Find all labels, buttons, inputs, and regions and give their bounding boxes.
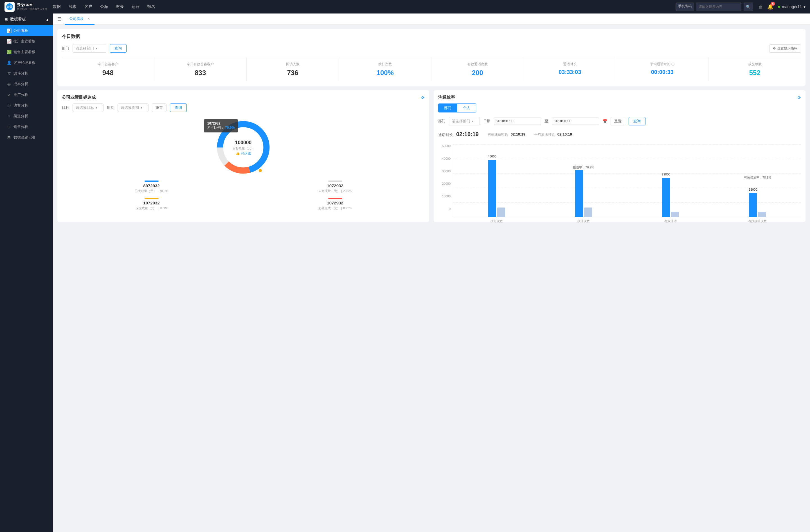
main-layout: ⊞ 数据看板 ▴ 📊 公司看板 📈 推广主管看板 💹 销售主管看板 👤 客户经理… [0,14,810,532]
bar-group-dial-bars: 43000 [488,160,505,217]
sidebar-item-data-flow[interactable]: ⊞ 数据流转记录 [0,132,53,143]
sidebar-header-dashboard[interactable]: ⊞ 数据看板 ▴ [0,14,53,25]
today-query-button[interactable]: 查询 [110,44,127,53]
nav-public-sea[interactable]: 公海 [100,3,108,11]
stat-call-duration: 通话时长 03:33:03 [524,57,616,81]
svg-text:云朵: 云朵 [7,5,13,9]
comm-dept-arrow-icon: ▾ [472,119,474,123]
sidebar: ⊞ 数据看板 ▴ 📊 公司看板 📈 推广主管看板 💹 销售主管看板 👤 客户经理… [0,14,53,532]
communication-card: 沟通效率 ⟳ 部门 个人 部门 请选择部门 ▾ [434,90,806,222]
dept-select[interactable]: 请选择部门 ▾ [72,44,106,53]
stat-call-duration-value: 03:33:03 [526,69,614,76]
bar-group-effective: 29000 有效通话 [627,144,714,217]
effective-bar-blue [662,178,670,217]
today-data-title: 今日数据 [62,34,801,40]
sidebar-item-sales[interactable]: ⊙ 销售分析 [0,121,53,132]
tab-close-icon[interactable]: ✕ [87,17,90,21]
completed-value: 8972932 [62,183,241,188]
stat-effective-calls-value: 200 [434,69,521,77]
sidebar-item-channel[interactable]: ⑂ 渠道分析 [0,111,53,121]
sidebar-label-promotion-manager: 推广主管看板 [14,39,35,44]
communication-tabs: 部门 个人 [438,103,801,113]
comm-date-label: 日期 [483,119,490,124]
communication-refresh-icon[interactable]: ⟳ [798,95,801,100]
info-icon: ⓘ [671,62,675,66]
nav-leads[interactable]: 线索 [69,3,77,11]
funnel-icon: ▽ [7,71,11,76]
tooltip-pct-value: 70.9% [225,126,234,130]
sidebar-item-funnel[interactable]: ▽ 漏斗分析 [0,68,53,79]
company-goal-reset-button[interactable]: 重置 [152,103,166,112]
sidebar-item-promotion-manager[interactable]: 📈 推广主管看板 [0,36,53,47]
dial-bar-blue-wrapper: 43000 [488,160,496,217]
cost-icon: ◎ [7,82,11,86]
sidebar-item-cost[interactable]: ◎ 成本分析 [0,79,53,89]
company-goal-filter: 目标 请选择目标 ▾ 周期 请选择周期 ▾ 重置 查询 [62,103,425,112]
communication-title: 沟通效率 [438,95,455,100]
svg-text:100000: 100000 [235,140,252,145]
comm-dept-placeholder: 请选择部门 [452,119,470,124]
dial-x-label: 拨打次数 [490,219,503,223]
sidebar-item-visitor[interactable]: ♾ 访客分析 [0,100,53,111]
today-stats-grid: 今日首咨客户 948 今日有效首咨客户 833 回访人数 736 拨打次数 10… [62,57,801,81]
effective-bar-light [671,212,679,217]
sidebar-item-sales-manager[interactable]: 💹 销售主管看板 [0,47,53,57]
y-label-3: 30000 [438,169,451,173]
comm-query-button[interactable]: 查询 [629,117,646,126]
setting-btn-label: 设置显示指标 [777,46,797,51]
tab-company-board[interactable]: 公司看板 ✕ [65,14,95,25]
bar-group-connect-bars: 35000 [575,170,592,217]
sidebar-label-sales: 销售分析 [14,124,28,129]
y-label-2: 20000 [438,182,451,185]
sales-manager-icon: 💹 [7,50,11,54]
notification-icon[interactable]: 🔔 5 [767,4,774,10]
call-duration-label: 通话时长 [438,133,453,137]
search-input[interactable] [696,2,741,11]
comm-reset-button[interactable]: 重置 [611,117,625,126]
nav-data[interactable]: 数据 [53,3,61,11]
date-to-input[interactable] [552,118,599,125]
tab-individual[interactable]: 个人 [457,103,476,113]
sidebar-item-account-manager[interactable]: 👤 客户经理看板 [0,57,53,68]
search-button[interactable]: 🔍 [744,2,753,11]
nav-operations[interactable]: 运营 [132,3,140,11]
company-goal-refresh-icon[interactable]: ⟳ [421,95,425,100]
online-status-dot [778,6,780,8]
bar-group-effective-connect: 有效接通率：70.9% 18000 有效接通次数 [714,144,801,217]
period-select[interactable]: 请选择周期 ▾ [117,103,148,112]
today-filter-row: 部门 请选择部门 ▾ 查询 ⚙ 设置显示指标 [62,44,801,53]
company-goal-query-button[interactable]: 查询 [170,103,187,112]
call-duration-group: 通话时长 02:10:19 [438,131,479,137]
device-icon[interactable]: 🖥 [758,4,763,10]
search-type-selector[interactable]: 手机号码 [676,2,694,11]
setting-icon: ⚙ [773,46,776,50]
sidebar-item-promotion[interactable]: ⊿ 推广分析 [0,89,53,100]
donut-chart-container: 1072932 所占比例： 70.9% [62,116,425,178]
svg-text:👍 已达成: 👍 已达成 [236,151,251,155]
setting-display-button[interactable]: ⚙ 设置显示指标 [769,45,801,53]
effective-connect-bar-light [758,212,766,217]
calendar-icon[interactable]: 📅 [602,119,607,123]
date-from-input[interactable] [494,118,541,125]
stat-call-duration-label: 通话时长 [526,62,614,67]
period-select-placeholder: 请选择周期 [121,105,139,110]
effective-call-label: 有效通话时长 [488,132,508,136]
nav-customers[interactable]: 客户 [84,3,92,11]
tab-department[interactable]: 部门 [438,103,457,113]
sidebar-label-company-board: 公司看板 [14,28,28,33]
comm-dept-select[interactable]: 请选择部门 ▾ [449,117,480,126]
sidebar-item-company-board[interactable]: 📊 公司看板 [0,25,53,36]
nav-enrollment[interactable]: 报名 [147,3,155,11]
target-select[interactable]: 请选择目标 ▾ [72,103,103,112]
menu-toggle-icon[interactable]: ☰ [58,16,61,22]
nav-finance[interactable]: 财务 [116,3,124,11]
goal-stat-should-complete: 1072932 应完成量（元）｜8.9% [62,198,241,210]
stat-dial-count: 拨打次数 100% [339,57,432,81]
sidebar-label-funnel: 漏斗分析 [14,71,28,76]
communication-filter-row: 部门 请选择部门 ▾ 日期 至 📅 重置 查询 [438,117,801,126]
user-info[interactable]: manager11 ▾ [778,4,806,9]
stat-first-consult-value: 948 [64,69,152,77]
y-label-5: 50000 [438,144,451,148]
bar-group-effective-connect-bars: 18000 [749,193,766,217]
should-complete-value: 1072932 [62,200,241,205]
